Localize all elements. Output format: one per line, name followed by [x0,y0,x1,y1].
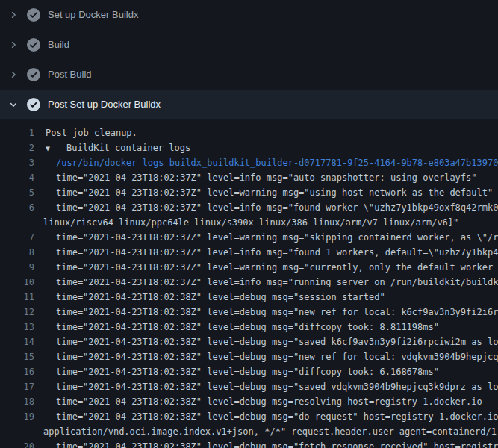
line-number[interactable]: 4 [0,170,34,185]
chevron-right-icon [9,10,18,19]
check-circle-icon [27,98,40,111]
log-line: 9 time="2021-04-23T18:02:37Z" level=warn… [0,260,498,275]
log-line: 2 ▼ BuildKit container logs [0,140,498,155]
log-text: time="2021-04-23T18:02:37Z" level=warnin… [56,185,493,200]
log-text: time="2021-04-23T18:02:38Z" level=debug … [56,290,385,305]
log-text: /usr/bin/docker logs buildx_buildkit_bui… [56,155,498,170]
log-line: 3 /usr/bin/docker logs buildx_buildkit_b… [0,155,498,170]
log-line: 6 time="2021-04-23T18:02:37Z" level=info… [0,200,498,215]
log-line: 17 time="2021-04-23T18:02:38Z" level=deb… [0,379,498,394]
line-number[interactable]: 10 [0,275,34,290]
line-number[interactable]: 15 [0,349,34,364]
section-set-up-docker-buildx[interactable]: Set up Docker Buildx [0,0,498,30]
line-number[interactable]: 14 [0,335,34,349]
section-build[interactable]: Build [0,30,498,60]
log-line: 19 time="2021-04-23T18:02:38Z" level=deb… [0,409,498,424]
log-text: linux/riscv64 linux/ppc64le linux/s390x … [43,215,458,230]
log-line: 13 time="2021-04-23T18:02:38Z" level=deb… [0,320,498,335]
line-number[interactable]: 3 [0,155,34,170]
line-number[interactable]: 18 [0,394,34,409]
log-text: time="2021-04-23T18:02:37Z" level=info m… [56,170,477,185]
section-label: Post Set up Docker Buildx [48,99,161,111]
log-text: time="2021-04-23T18:02:38Z" level=debug … [56,394,482,409]
group-toggle-icon[interactable]: ▼ [46,141,50,155]
check-circle-icon [27,68,40,81]
section-label: Set up Docker Buildx [48,9,138,21]
log-text: time="2021-04-23T18:02:37Z" level=warnin… [56,260,498,275]
line-number[interactable]: 19 [0,409,34,424]
log-line: 8 time="2021-04-23T18:02:37Z" level=info… [0,245,498,260]
line-number[interactable]: 2 [0,140,34,155]
log-line: 7 time="2021-04-23T18:02:37Z" level=warn… [0,230,498,245]
log-line: 14 time="2021-04-23T18:02:38Z" level=deb… [0,335,498,349]
log-text: time="2021-04-23T18:02:38Z" level=debug … [56,364,439,379]
check-circle-icon [27,8,40,22]
line-number[interactable]: 8 [0,245,34,260]
log-line: application/vnd.oci.image.index.v1+json,… [0,424,498,439]
line-number[interactable]: 16 [0,364,34,379]
log-text: time="2021-04-23T18:02:38Z" level=debug … [56,335,498,349]
log-text: time="2021-04-23T18:02:38Z" level=debug … [56,439,498,448]
line-number[interactable]: 17 [0,379,34,394]
chevron-right-icon [9,70,18,79]
log-line: 16 time="2021-04-23T18:02:38Z" level=deb… [0,364,498,379]
line-number[interactable]: 13 [0,320,34,335]
section-label: Build [48,39,69,51]
line-number[interactable]: 1 [0,125,34,140]
log-line: 12 time="2021-04-23T18:02:38Z" level=deb… [0,305,498,320]
log-line: 20 time="2021-04-23T18:02:38Z" level=deb… [0,439,498,448]
log-line: 10 time="2021-04-23T18:02:37Z" level=inf… [0,275,498,290]
section-post-build[interactable]: Post Build [0,60,498,90]
line-number[interactable]: 5 [0,185,34,200]
log-text: time="2021-04-23T18:02:38Z" level=debug … [56,409,498,424]
log-line: 18 time="2021-04-23T18:02:38Z" level=deb… [0,394,498,409]
line-number[interactable]: 6 [0,200,34,215]
log-text: time="2021-04-23T18:02:38Z" level=debug … [56,305,498,320]
log-line: 5 time="2021-04-23T18:02:37Z" level=warn… [0,185,498,200]
line-number[interactable]: 11 [0,290,34,305]
section-post-set-up-docker-buildx[interactable]: Post Set up Docker Buildx [0,90,498,119]
log-line: linux/riscv64 linux/ppc64le linux/s390x … [0,215,498,230]
log-line: 4 time="2021-04-23T18:02:37Z" level=info… [0,170,498,185]
log-line: 15 time="2021-04-23T18:02:38Z" level=deb… [0,349,498,364]
steps-list: Set up Docker Buildx Build Post Build Po… [0,0,498,119]
chevron-down-icon [9,100,18,109]
log-line: 11 time="2021-04-23T18:02:38Z" level=deb… [0,290,498,305]
log-viewer[interactable]: 1 Post job cleanup. 2 ▼ BuildKit contain… [0,119,498,448]
log-text: application/vnd.oci.image.index.v1+json,… [43,424,498,439]
line-number[interactable]: 12 [0,305,34,320]
log-text: time="2021-04-23T18:02:38Z" level=debug … [56,379,498,394]
log-text: time="2021-04-23T18:02:38Z" level=debug … [56,320,439,335]
line-number[interactable]: 20 [0,439,34,448]
actions-log-page: Set up Docker Buildx Build Post Build Po… [0,0,498,448]
line-number[interactable]: 9 [0,260,34,275]
check-circle-icon [27,38,40,52]
log-text: time="2021-04-23T18:02:37Z" level=info m… [56,245,498,260]
log-text: Post job cleanup. [46,125,137,140]
log-text: BuildKit container logs [66,140,190,155]
chevron-right-icon [9,40,18,49]
log-text: time="2021-04-23T18:02:37Z" level=info m… [56,275,498,290]
log-text: time="2021-04-23T18:02:38Z" level=debug … [56,349,498,364]
log-text: time="2021-04-23T18:02:37Z" level=warnin… [56,230,498,245]
section-label: Post Build [48,69,92,81]
log-text: time="2021-04-23T18:02:37Z" level=info m… [56,200,498,215]
line-number[interactable]: 7 [0,230,34,245]
log-line: 1 Post job cleanup. [0,125,498,140]
